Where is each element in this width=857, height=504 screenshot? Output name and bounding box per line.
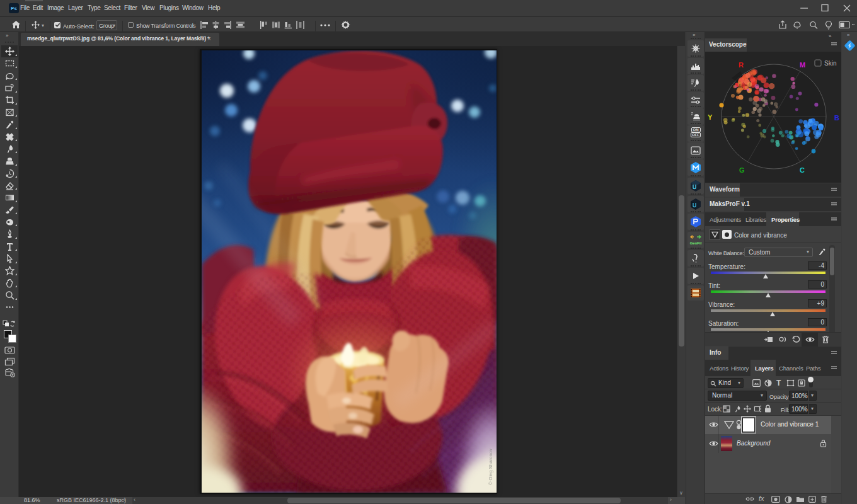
- svg-text:© Oleg Sharonov: © Oleg Sharonov: [488, 449, 493, 485]
- svg-text:M: M: [800, 61, 805, 69]
- svg-text:G: G: [739, 166, 745, 174]
- svg-text:B: B: [834, 114, 839, 122]
- svg-text:Y: Y: [708, 113, 713, 121]
- svg-text:R: R: [739, 61, 744, 69]
- svg-text:C: C: [800, 166, 805, 174]
- svg-text:Skin: Skin: [824, 60, 836, 67]
